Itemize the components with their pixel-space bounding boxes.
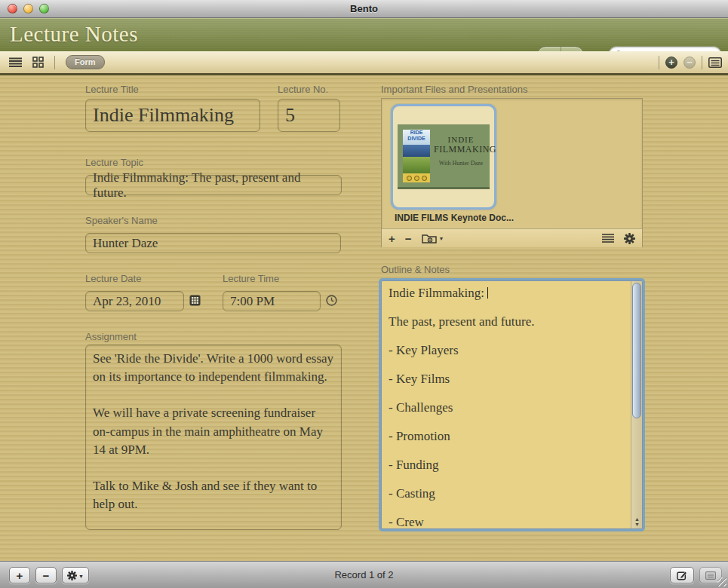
header: Lecture Notes ◀ ▶ Search [0,18,728,51]
lecture-topic-field[interactable]: Indie Filmmaking: The past, present and … [85,175,342,195]
toolbar-divider [702,56,702,69]
window-title: Bento [0,3,728,14]
slide-title-line1: INDIE [434,135,488,144]
poster-award-laurels [403,173,430,182]
lecture-title-field[interactable]: Indie Filmmaking [85,99,260,132]
edit-form-button[interactable] [670,567,694,583]
form-view-button[interactable]: Form [66,55,105,69]
status-bar: + − ▼ Record 1 of 2 [0,561,728,588]
media-toolbar: + − ▼ [382,228,642,247]
toolbar-divider [659,56,659,69]
resize-grip[interactable] [717,577,726,586]
assignment-field[interactable]: See 'Ride the Divide'. Write a 1000 word… [85,345,342,530]
folder-preview-icon [422,233,437,243]
bento-window: Bento Lecture Notes ◀ ▶ Search [0,0,728,588]
media-browser: RIDE DIVIDE INDIE FILMMAKING [381,98,643,247]
scrollbar-thumb[interactable] [632,283,641,418]
poster-title-line1: RIDE [410,130,423,135]
record-counter: Record 1 of 2 [0,569,728,580]
media-item-caption: INDIE FILMS Keynote Doc... [395,213,514,223]
view-toolbar: Form + − [0,51,728,75]
notes-text[interactable]: Indie Filmmaking: The past, present and … [382,281,631,528]
remove-field-button[interactable]: − [683,57,696,69]
lecture-no-label: Lecture No. [278,84,328,95]
lecture-time-field[interactable]: 7:00 PM [223,291,321,311]
form-canvas: Lecture Title Indie Filmmaking Lecture N… [0,75,728,559]
outline-notes-field[interactable]: Indie Filmmaking: The past, present and … [381,280,643,529]
assignment-label: Assignment [85,331,137,342]
lecture-topic-label: Lecture Topic [85,157,143,168]
text-cursor [487,287,488,299]
toolbar-divider [54,56,55,69]
grid-view-icon[interactable] [32,57,44,68]
lecture-title-label: Lecture Title [85,84,139,95]
media-add-button[interactable]: + [389,233,395,244]
dropdown-caret-icon: ▼ [439,236,444,241]
library-title: Lecture Notes [10,22,138,47]
poster-title-line2: DIVIDE [407,136,425,141]
lecture-no-field[interactable]: 5 [278,99,340,132]
outline-notes-label: Outline & Notes [381,264,450,275]
lecture-date-label: Lecture Date [85,273,141,284]
speaker-name-label: Speaker's Name [85,215,158,226]
media-list-label: Important Files and Presentations [381,84,527,95]
media-preview-menu-button[interactable]: ▼ [422,233,444,243]
slide-subtitle: With Hunter Daze [434,160,488,167]
slide-title-line2: FILMMAKING [434,144,488,155]
table-view-icon[interactable] [9,57,22,67]
scrollbar-arrows[interactable]: ▲▼ [631,516,643,527]
media-list-view-icon[interactable] [602,234,614,243]
lecture-date-field[interactable]: Apr 23, 2010 [85,291,184,311]
media-settings-gear-icon[interactable] [624,233,635,244]
notes-scrollbar[interactable]: ▲▼ [631,281,642,528]
lecture-time-label: Lecture Time [223,273,279,284]
titlebar: Bento [0,0,728,18]
media-remove-button[interactable]: − [405,233,412,244]
add-field-button[interactable]: + [665,57,677,69]
fields-pane-icon[interactable] [708,57,722,68]
calendar-icon[interactable] [189,295,201,306]
media-list[interactable]: RIDE DIVIDE INDIE FILMMAKING [382,99,642,228]
clock-icon[interactable] [326,295,337,306]
ride-the-divide-poster: RIDE DIVIDE [403,130,430,182]
speaker-name-field[interactable]: Hunter Daze [85,233,341,253]
media-item-selected[interactable]: RIDE DIVIDE INDIE FILMMAKING [391,104,496,210]
poster-field-art [403,157,430,173]
keynote-thumbnail: RIDE DIVIDE INDIE FILMMAKING [398,124,490,189]
poster-mountains [403,145,430,157]
